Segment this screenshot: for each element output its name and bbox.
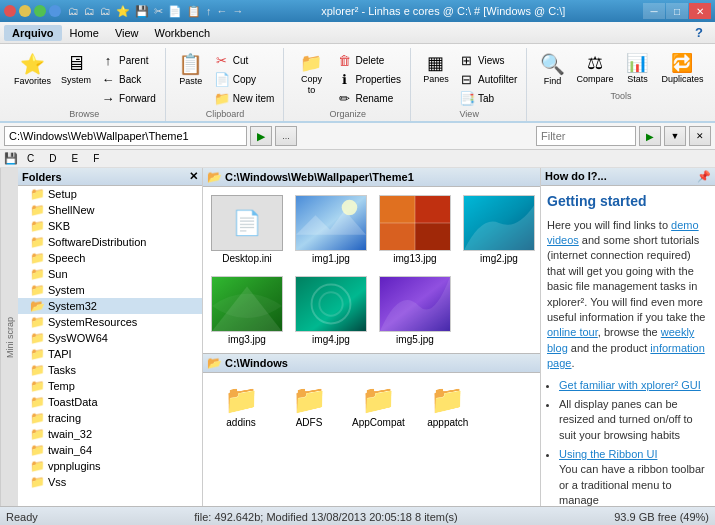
properties-button[interactable]: ℹ Properties: [333, 71, 404, 88]
file-grid: 📄 Desktop.ini: [203, 187, 540, 353]
path-input[interactable]: [4, 126, 247, 146]
subfolder-name: ADFS: [296, 417, 323, 428]
subfolder-folder-icon: 📂: [207, 356, 222, 370]
list-item[interactable]: 📁 SystemResources: [18, 314, 202, 330]
new-item-button[interactable]: 📁 New item: [211, 90, 278, 107]
list-item[interactable]: 📁 ShellNew: [18, 202, 202, 218]
icon-blue[interactable]: [49, 5, 61, 17]
subfolder-item[interactable]: 📁 addins: [209, 379, 273, 432]
mini-scrap-panel[interactable]: Mini scrap: [0, 168, 18, 506]
back-button[interactable]: ← Back: [97, 71, 159, 88]
filter-options-button[interactable]: ▼: [664, 126, 686, 146]
file-item[interactable]: img2.jpg: [459, 191, 539, 268]
file-item[interactable]: img5.jpg: [375, 272, 455, 349]
minimize-button[interactable]: ─: [643, 3, 665, 19]
copy-button[interactable]: 📄 Copy: [211, 71, 278, 88]
list-item[interactable]: 📁 Tasks: [18, 362, 202, 378]
icon-red[interactable]: [4, 5, 16, 17]
subfolder-title: C:\Windows: [225, 357, 288, 369]
online-tour-link[interactable]: online tour: [547, 326, 598, 338]
tab-button[interactable]: 📑 Tab: [456, 90, 520, 107]
subfolder-item[interactable]: 📁 ADFS: [277, 379, 341, 432]
subfolder-item[interactable]: 📁 AppCompat: [345, 379, 412, 432]
file-item[interactable]: img4.jpg: [291, 272, 371, 349]
go-button[interactable]: ▶: [250, 126, 272, 146]
panes-button[interactable]: ▦ Panes: [418, 50, 454, 87]
demo-videos-link[interactable]: demo videos: [547, 219, 699, 246]
list-item[interactable]: 📂 System32: [18, 298, 202, 314]
folders-title: Folders: [22, 171, 62, 183]
list-item[interactable]: 📁 twain_32: [18, 426, 202, 442]
ribbon-ui-link[interactable]: Using the Ribbon UI: [559, 448, 657, 460]
list-item[interactable]: 📁 vpnplugins: [18, 458, 202, 474]
forward-button[interactable]: → Forward: [97, 90, 159, 107]
files-area: 📂 C:\Windows\Web\Wallpaper\Theme1 📄 Desk…: [203, 168, 540, 506]
file-item[interactable]: 📄 Desktop.ini: [207, 191, 287, 268]
subfolder-item[interactable]: 📁 apppatch: [416, 379, 480, 432]
list-item[interactable]: 📁 twain_64: [18, 442, 202, 458]
list-item[interactable]: 📁 tracing: [18, 410, 202, 426]
filter-go-button[interactable]: ▶: [639, 126, 661, 146]
drive-e[interactable]: E: [65, 151, 84, 166]
icon-green[interactable]: [34, 5, 46, 17]
folder-icon: 📁: [30, 411, 45, 425]
drive-c[interactable]: C: [21, 151, 40, 166]
maximize-button[interactable]: □: [666, 3, 688, 19]
folders-list: 📁 Setup 📁 ShellNew 📁 SKB 📁 SoftwareDistr…: [18, 186, 202, 506]
delete-button[interactable]: 🗑 Delete: [333, 52, 404, 69]
system-button[interactable]: 🖥 System: [57, 50, 95, 88]
folder-icon: 📁: [30, 331, 45, 345]
find-button[interactable]: 🔍 Find: [534, 50, 570, 89]
folder-icon: 📁: [30, 475, 45, 489]
parent-button[interactable]: ↑ Parent: [97, 52, 159, 69]
duplicates-button[interactable]: 🔁 Duplicates: [657, 50, 707, 87]
list-item[interactable]: 📁 Sun: [18, 266, 202, 282]
drive-d[interactable]: D: [43, 151, 62, 166]
cut-button[interactable]: ✂ Cut: [211, 52, 278, 69]
info-page-link[interactable]: information page: [547, 342, 705, 369]
titlebar: 🗂 🗂 🗂 ⭐ 💾 ✂ 📄 📋 ↑ ← → xplorer² - Linhas …: [0, 0, 715, 22]
menu-help[interactable]: ?: [687, 23, 711, 42]
close-button[interactable]: ✕: [689, 3, 711, 19]
list-item[interactable]: 📁 SKB: [18, 218, 202, 234]
list-item[interactable]: 📁 Speech: [18, 250, 202, 266]
stats-button[interactable]: 📊 Stats: [619, 50, 655, 87]
browse-button[interactable]: …: [275, 126, 297, 146]
icon-yellow[interactable]: [19, 5, 31, 17]
list-item[interactable]: 📁 SysWOW64: [18, 330, 202, 346]
copyto-button[interactable]: 📁 Copyto: [291, 50, 331, 98]
list-item[interactable]: 📁 Setup: [18, 186, 202, 202]
list-item[interactable]: 📁 Temp: [18, 378, 202, 394]
file-item[interactable]: img1.jpg: [291, 191, 371, 268]
list-item[interactable]: 📁 SoftwareDistribution: [18, 234, 202, 250]
help-panel: How do I?... 📌 Getting started Here you …: [540, 168, 715, 506]
menu-view[interactable]: View: [107, 25, 147, 41]
folders-close[interactable]: ✕: [189, 170, 198, 183]
autofilter-button[interactable]: ⊟ Autofilter: [456, 71, 520, 88]
menu-home[interactable]: Home: [62, 25, 107, 41]
files-scroll[interactable]: 📄 Desktop.ini: [203, 187, 540, 506]
rename-button[interactable]: ✏ Rename: [333, 90, 404, 107]
help-heading: Getting started: [547, 192, 709, 212]
help-pin-icon[interactable]: 📌: [697, 170, 711, 183]
paste-button[interactable]: 📋 Paste: [173, 50, 209, 89]
file-name: img1.jpg: [312, 253, 350, 264]
favorites-button[interactable]: ⭐ Favorites: [10, 50, 55, 89]
folder-name: Speech: [48, 252, 85, 264]
views-button[interactable]: ⊞ Views: [456, 52, 520, 69]
menu-workbench[interactable]: Workbench: [147, 25, 218, 41]
properties-icon: ℹ: [336, 72, 352, 87]
menu-arquivo[interactable]: Arquivo: [4, 25, 62, 41]
filter-input[interactable]: [536, 126, 636, 146]
drive-f[interactable]: F: [87, 151, 105, 166]
list-item[interactable]: 📁 System: [18, 282, 202, 298]
compare-icon: ⚖: [587, 52, 603, 74]
compare-button[interactable]: ⚖ Compare: [572, 50, 617, 87]
list-item[interactable]: 📁 TAPI: [18, 346, 202, 362]
list-item[interactable]: 📁 ToastData: [18, 394, 202, 410]
file-item[interactable]: img3.jpg: [207, 272, 287, 349]
get-familiar-link[interactable]: Get familiar with xplorer² GUI: [559, 379, 701, 391]
filter-clear-button[interactable]: ✕: [689, 126, 711, 146]
list-item[interactable]: 📁 Vss: [18, 474, 202, 490]
file-item[interactable]: img13.jpg: [375, 191, 455, 268]
